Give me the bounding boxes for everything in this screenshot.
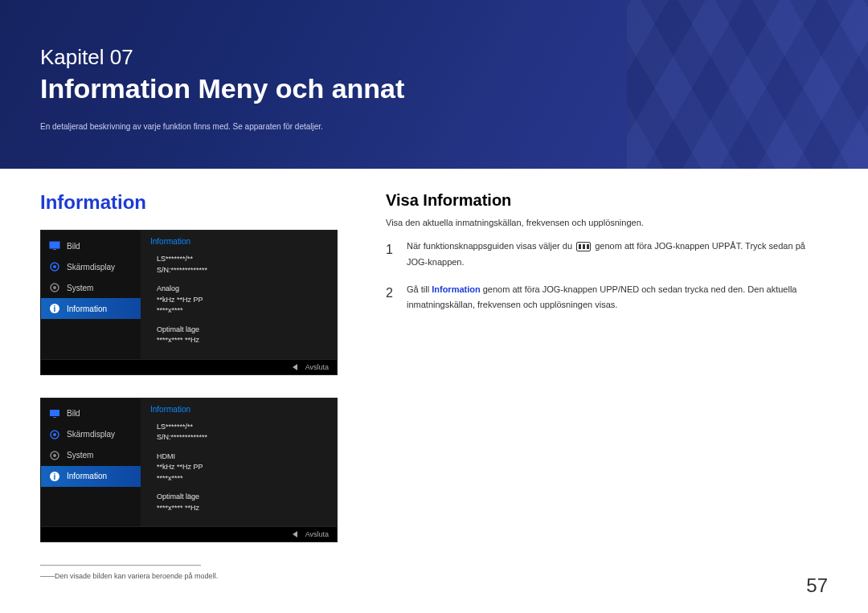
osd-menu-information-label: Information <box>67 304 107 313</box>
footnote-text: ――Den visade bilden kan variera beroende… <box>40 572 362 580</box>
svg-rect-1 <box>53 249 56 250</box>
osd-menu-skarm-label: Skärmdisplay <box>67 263 115 272</box>
osd-menu-system: System <box>41 277 141 298</box>
step1-part-a: När funktionsknappsguiden visas väljer d… <box>407 241 575 251</box>
osd-model: LS*******/** <box>157 422 327 433</box>
svg-rect-9 <box>53 417 56 418</box>
step-text: När funktionsknappsguiden visas väljer d… <box>407 239 828 271</box>
osd-res: ****x**** <box>157 473 327 484</box>
svg-text:i: i <box>54 472 56 481</box>
osd-res: ****x**** <box>157 305 327 317</box>
osd-source: Analog <box>157 284 327 295</box>
back-arrow-icon <box>293 364 297 370</box>
osd-screenshot-analog: Bild Skärmdisplay System i Information <box>40 230 338 375</box>
osd-menu: Bild Skärmdisplay System i Information <box>41 398 141 527</box>
osd-serial: S/N:************* <box>157 265 327 276</box>
osd-freq: **kHz **Hz PP <box>157 462 327 473</box>
osd-panel: Information LS*******/** S/N:***********… <box>141 398 337 527</box>
svg-text:i: i <box>54 304 56 313</box>
svg-point-13 <box>53 454 56 457</box>
osd-menu-bild: Bild <box>41 403 141 424</box>
menu-button-icon <box>576 242 591 251</box>
osd-exit-label: Avsluta <box>305 363 329 371</box>
subsection-heading: Visa Information <box>386 191 828 210</box>
osd-menu-system-label: System <box>67 451 93 460</box>
step-2: 2 Gå till Information genom att föra JOG… <box>386 282 828 314</box>
osd-opt-res: ****x**** **Hz <box>157 335 327 346</box>
osd-serial: S/N:************* <box>157 432 327 443</box>
page-number: 57 <box>806 574 828 597</box>
chapter-label: Kapitel 07 <box>40 45 828 70</box>
step-1: 1 När funktionsknappsguiden visas väljer… <box>386 239 828 271</box>
footnote-divider <box>40 565 201 566</box>
gear-icon <box>49 450 60 461</box>
svg-rect-0 <box>50 242 59 248</box>
gear-icon <box>49 282 60 293</box>
osd-panel-title: Information <box>150 237 327 246</box>
osd-menu-information-label: Information <box>67 472 107 480</box>
osd-menu-system-label: System <box>67 284 93 292</box>
step2-highlight: Information <box>432 284 481 294</box>
svg-rect-8 <box>50 410 59 416</box>
osd-menu-system: System <box>41 445 141 466</box>
gear-icon <box>49 261 60 272</box>
svg-point-11 <box>53 433 56 436</box>
osd-source: HDMI <box>157 452 327 463</box>
osd-menu-bild: Bild <box>41 235 141 256</box>
osd-panel: Information LS*******/** S/N:***********… <box>141 231 337 359</box>
osd-menu-bild-label: Bild <box>67 242 80 251</box>
osd-footer: Avsluta <box>41 359 337 374</box>
osd-opt-label: Optimalt läge <box>157 492 327 503</box>
back-arrow-icon <box>293 531 297 537</box>
osd-panel-title: Information <box>150 405 327 414</box>
osd-footer: Avsluta <box>41 526 337 541</box>
osd-menu-information: i Information <box>41 298 141 319</box>
monitor-icon <box>49 240 60 251</box>
osd-menu: Bild Skärmdisplay System i Information <box>41 231 141 359</box>
gear-icon <box>49 429 60 440</box>
osd-opt-res: ****x**** **Hz <box>157 503 327 514</box>
section-heading: Information <box>40 191 362 214</box>
info-icon: i <box>49 303 60 314</box>
osd-freq: **kHz **Hz PP <box>157 295 327 306</box>
osd-menu-skarm: Skärmdisplay <box>41 424 141 445</box>
subsection-description: Visa den aktuella inmatningskällan, frek… <box>386 218 828 227</box>
svg-point-5 <box>53 286 56 289</box>
info-icon: i <box>49 471 60 482</box>
step-number: 2 <box>386 282 399 314</box>
chapter-title: Information Meny och annat <box>40 73 828 104</box>
osd-opt-label: Optimalt läge <box>157 325 327 336</box>
svg-point-3 <box>53 265 56 268</box>
osd-menu-bild-label: Bild <box>67 409 80 418</box>
osd-exit-label: Avsluta <box>305 530 329 538</box>
monitor-icon <box>49 408 60 419</box>
chapter-header: Kapitel 07 Information Meny och annat En… <box>0 0 868 169</box>
osd-screenshot-hdmi: Bild Skärmdisplay System i Information <box>40 398 338 543</box>
osd-menu-information: i Information <box>41 466 141 487</box>
step-text: Gå till Information genom att föra JOG-k… <box>407 282 828 314</box>
chapter-description: En detaljerad beskrivning av varje funkt… <box>40 122 828 131</box>
osd-menu-skarm-label: Skärmdisplay <box>67 430 115 439</box>
osd-menu-skarm: Skärmdisplay <box>41 256 141 277</box>
step2-part-a: Gå till <box>407 284 432 294</box>
osd-model: LS*******/** <box>157 254 327 265</box>
step-number: 1 <box>386 239 399 271</box>
